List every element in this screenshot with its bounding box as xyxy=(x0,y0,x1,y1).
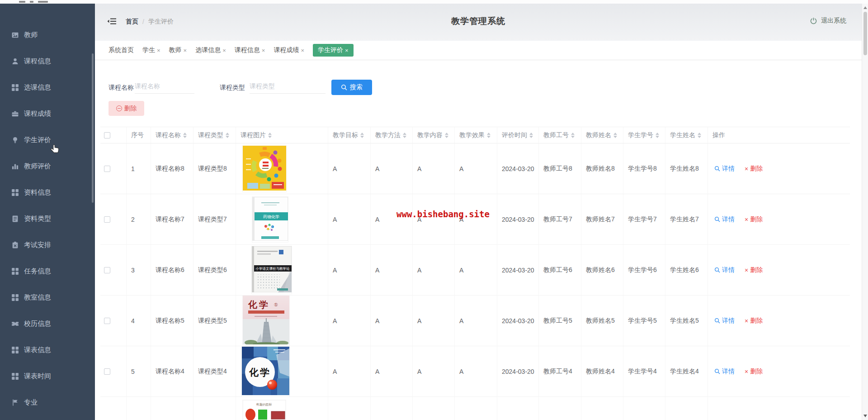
scrollbar-thumb[interactable] xyxy=(863,12,867,55)
top-strip-artifact xyxy=(38,1,48,3)
bulk-delete-button[interactable]: 删除 xyxy=(108,101,144,116)
sidebar-item-course-info[interactable]: 课程信息 xyxy=(0,48,95,74)
sidebar-item-material-info[interactable]: 资料信息 xyxy=(0,179,95,205)
sidebar-item-school-calendar[interactable]: 校历信息 xyxy=(0,310,95,337)
sidebar-item-teacher[interactable]: 教师 xyxy=(0,22,95,48)
sidebar-item-teacher-eval[interactable]: 教师评价 xyxy=(0,153,95,179)
tab-course-grade[interactable]: 课程成绩× xyxy=(274,46,304,54)
sidebar-item-label: 选课信息 xyxy=(24,83,51,92)
scroll-down-arrow-icon[interactable] xyxy=(863,415,867,417)
header-teacher-name[interactable]: 教师姓名 xyxy=(581,127,623,143)
cell-goal: A xyxy=(328,346,371,396)
cell-course-name: 课程名称7 xyxy=(151,194,193,244)
scroll-up-arrow-icon[interactable] xyxy=(863,6,867,9)
sidebar-scrollbar-thumb[interactable] xyxy=(92,53,94,203)
header-teaching-method[interactable]: 教学方法 xyxy=(371,127,413,143)
detail-link[interactable]: 详情 xyxy=(714,215,735,224)
cell-time: 2024-03-20 xyxy=(497,346,539,396)
header-eval-time[interactable]: 评价时间 xyxy=(497,127,539,143)
delete-link[interactable]: ×删除 xyxy=(745,165,763,173)
cell-method: A xyxy=(371,143,413,194)
user-icon xyxy=(11,57,19,65)
row-checkbox[interactable] xyxy=(104,216,110,223)
data-table: 序号 课程名称 课程类型 课程图片 教学目标 教学方法 教学内容 教学效果 评价… xyxy=(100,127,850,420)
header-student-name[interactable]: 学生姓名 xyxy=(665,127,708,143)
row-checkbox[interactable] xyxy=(104,267,110,273)
course-name-input[interactable] xyxy=(135,78,194,94)
row-checkbox[interactable] xyxy=(104,368,110,375)
sidebar-item-label: 资料信息 xyxy=(24,188,51,197)
cell-student-id: 学生学号8 xyxy=(623,143,665,194)
header-course-image[interactable]: 课程图片 xyxy=(236,127,328,143)
header-teacher-id[interactable]: 教师工号 xyxy=(539,127,581,143)
sidebar-item-label: 资料类型 xyxy=(24,215,51,223)
sort-icon xyxy=(698,133,701,138)
magnifier-icon xyxy=(714,216,720,222)
header: 首页 / 学生评价 教学管理系统 退出系统 xyxy=(95,4,862,41)
magnifier-icon xyxy=(714,318,720,324)
cell-effect: A xyxy=(455,194,497,244)
sidebar-item-classroom-info[interactable]: 教室信息 xyxy=(0,284,95,310)
table-row-partial: 有趣的图标 xyxy=(100,397,850,420)
detail-link[interactable]: 详情 xyxy=(714,368,735,376)
cell-student-name: 学生姓名5 xyxy=(665,296,708,346)
header-actions: 操作 xyxy=(708,127,850,143)
cell-index: 1 xyxy=(127,143,151,194)
tab-teacher[interactable]: 教师× xyxy=(169,46,187,54)
sort-icon xyxy=(268,133,272,138)
detail-link[interactable]: 详情 xyxy=(714,266,735,274)
close-icon[interactable]: × xyxy=(262,47,265,54)
select-all-checkbox[interactable] xyxy=(104,132,110,138)
sidebar-item-course-grade[interactable]: 课程成绩 xyxy=(0,100,95,127)
sidebar-item-timetable-info[interactable]: 课表信息 xyxy=(0,337,95,363)
course-type-input[interactable] xyxy=(250,78,326,94)
sidebar-item-material-type[interactable]: 资料类型 xyxy=(0,205,95,232)
header-student-id[interactable]: 学生学号 xyxy=(623,127,665,143)
delete-link[interactable]: ×删除 xyxy=(745,266,763,274)
logout-button[interactable]: 退出系统 xyxy=(810,17,846,25)
header-course-name[interactable]: 课程名称 xyxy=(151,127,193,143)
sidebar-item-course-select[interactable]: 选课信息 xyxy=(0,74,95,100)
sidebar-item-major[interactable]: 专业 xyxy=(0,389,95,415)
row-checkbox[interactable] xyxy=(104,318,110,324)
close-icon[interactable]: × xyxy=(222,47,226,54)
sidebar-item-label: 考试安排 xyxy=(24,241,51,249)
header-teaching-goal[interactable]: 教学目标 xyxy=(328,127,371,143)
cell-content: A xyxy=(413,194,455,244)
header-course-type[interactable]: 课程类型 xyxy=(193,127,236,143)
detail-link[interactable]: 详情 xyxy=(714,317,735,325)
sidebar-item-label: 专业 xyxy=(24,398,38,407)
close-icon[interactable]: × xyxy=(345,47,349,54)
tab-course-select[interactable]: 选课信息× xyxy=(195,46,226,54)
cell-teacher-name: 教师姓名7 xyxy=(581,194,623,244)
sidebar-item-student-eval[interactable]: 学生评价 xyxy=(0,127,95,153)
vertical-scrollbar[interactable] xyxy=(862,4,868,420)
detail-link[interactable]: 详情 xyxy=(714,165,735,173)
header-teaching-content[interactable]: 教学内容 xyxy=(413,127,455,143)
course-cover-image xyxy=(243,146,286,192)
close-icon[interactable]: × xyxy=(157,47,160,54)
tab-course-info[interactable]: 课程信息× xyxy=(235,46,265,54)
sort-icon xyxy=(183,133,187,138)
delete-link[interactable]: ×删除 xyxy=(745,368,763,376)
tab-system-home[interactable]: 系统首页 xyxy=(108,46,134,54)
tab-student-eval-active[interactable]: 学生评价× xyxy=(313,44,354,57)
cell-effect: A xyxy=(455,245,497,295)
power-icon xyxy=(810,17,817,25)
cell-student-id: 学生学号6 xyxy=(623,245,665,295)
close-icon[interactable]: × xyxy=(301,47,304,54)
svg-text:药物化学: 药物化学 xyxy=(263,215,279,219)
delete-link[interactable]: ×删除 xyxy=(745,215,763,224)
tab-student[interactable]: 学生× xyxy=(142,46,160,54)
sidebar-item-timetable-time[interactable]: 课表时间 xyxy=(0,363,95,389)
search-button[interactable]: 搜索 xyxy=(331,80,372,95)
sidebar-item-task-info[interactable]: 任务信息 xyxy=(0,258,95,284)
sidebar-item-exam-schedule[interactable]: 考试安排 xyxy=(0,232,95,258)
header-teaching-effect[interactable]: 教学效果 xyxy=(455,127,497,143)
row-checkbox[interactable] xyxy=(104,166,110,172)
course-cover-image: 化学 xyxy=(242,347,289,396)
delete-link[interactable]: ×删除 xyxy=(745,317,763,325)
close-icon[interactable]: × xyxy=(184,47,187,54)
cell-effect: A xyxy=(455,143,497,194)
cell-course-name: 课程名称8 xyxy=(151,143,193,194)
